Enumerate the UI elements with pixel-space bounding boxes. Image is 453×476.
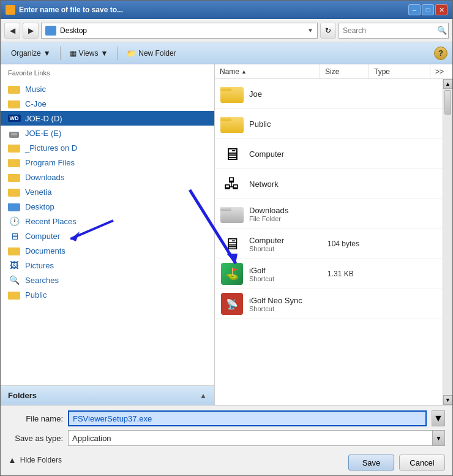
sidebar-item-program-files[interactable]: Program Files [1, 155, 214, 170]
sidebar-item-desktop[interactable]: Desktop [1, 199, 214, 214]
sidebar-item-label: Recent Places [25, 217, 77, 226]
cancel-button[interactable]: Cancel [399, 455, 445, 470]
file-item-computer[interactable]: 🖥 Computer [215, 139, 443, 169]
sidebar-item-label: Public [25, 290, 47, 300]
refresh-button[interactable]: ↻ [320, 23, 336, 39]
file-item-igolf-neo[interactable]: 📡 iGolf Neo Sync Shortcut [215, 289, 443, 319]
file-item-joe[interactable]: Joe [215, 79, 443, 109]
igolf-icon: ⛳ [220, 262, 244, 286]
search-icon[interactable]: 🔍 [437, 26, 447, 35]
sidebar-item-label: Venetia [25, 187, 51, 197]
main-content: Favorite Links Music C-Joe WD JOE- [1, 64, 452, 405]
save-type-arrow[interactable]: ▼ [432, 431, 444, 445]
file-item-public[interactable]: Public [215, 109, 443, 139]
sidebar-item-downloads[interactable]: Downloads [1, 170, 214, 184]
file-list-header: Name ▲ Size Type >> [215, 64, 452, 79]
sidebar-item-pictures[interactable]: 🖼 Pictures [1, 258, 214, 273]
recent-icon: 🕐 [8, 216, 20, 227]
scroll-up[interactable]: ▲ [443, 79, 452, 89]
forward-button[interactable]: ▶ [23, 23, 39, 39]
sidebar-item-searches[interactable]: 🔍 Searches [1, 273, 214, 287]
file-item-downloads[interactable]: Downloads File Folder [215, 199, 443, 229]
sidebar-item-venetia[interactable]: Venetia [1, 184, 214, 199]
sidebar-item-label: Documents [25, 246, 66, 255]
sidebar-item-label: Desktop [25, 202, 54, 211]
action-buttons: Save Cancel [348, 455, 445, 470]
file-name-dropdown[interactable]: ▼ [432, 410, 445, 426]
address-combo[interactable]: Desktop ▼ [41, 23, 318, 39]
title-bar: Enter name of file to save to... – □ ✕ [1, 1, 452, 19]
downloads-item-info: Downloads File Folder [249, 206, 328, 222]
save-type-select[interactable]: Application ▼ [68, 430, 445, 446]
title-bar-icon [6, 5, 15, 15]
title-bar-buttons: – □ ✕ [408, 4, 447, 15]
pictures-icon: 🖼 [8, 260, 20, 271]
igolf-neo-icon: 📡 [220, 292, 244, 316]
sidebar-item-label: Computer [25, 232, 60, 241]
sidebar-item-public[interactable]: Public [1, 287, 214, 302]
network-icon: 🖧 [220, 172, 244, 196]
address-icon [45, 26, 56, 36]
downloads-sub: File Folder [249, 215, 328, 222]
views-arrow: ▼ [100, 49, 108, 58]
computer-sc-name: Computer [249, 149, 328, 159]
documents-folder-icon [8, 245, 20, 256]
help-button[interactable]: ? [434, 47, 447, 60]
search-input[interactable] [343, 26, 435, 35]
maximize-button[interactable]: □ [422, 4, 434, 15]
views-icon: ▦ [70, 49, 77, 58]
cjoe-folder-icon [8, 98, 20, 109]
toolbar: Organize ▼ ▦ Views ▼ 📁 New Folder ? [1, 42, 452, 64]
col-size-header[interactable]: Size [320, 64, 369, 78]
sidebar-item-cjoe[interactable]: C-Joe [1, 96, 214, 111]
scroll-thumb[interactable] [444, 90, 451, 115]
downloads-folder-icon [8, 172, 20, 183]
back-button[interactable]: ◀ [4, 23, 20, 39]
scroll-track[interactable] [443, 89, 452, 395]
sidebar-item-joed[interactable]: WD JOE-D (D) [1, 111, 214, 126]
file-item-computer2[interactable]: 🖥 Computer Shortcut 104 bytes [215, 229, 443, 259]
folders-section[interactable]: Folders ▲ [1, 385, 214, 405]
sidebar-item-label: JOE-D (D) [25, 114, 62, 123]
new-folder-button[interactable]: 📁 New Folder [121, 45, 181, 62]
col-name-header[interactable]: Name ▲ [215, 64, 320, 78]
computer2-icon: 🖥 [220, 232, 244, 256]
sidebar-item-music[interactable]: Music [1, 81, 214, 96]
igolf-item-info: iGolf Shortcut [249, 266, 328, 282]
sidebar-item-joee[interactable]: JOE-E (E) [1, 126, 214, 140]
col-extra-header: >> [430, 64, 443, 78]
computer2-name: Computer [249, 236, 328, 245]
igolf-name: iGolf [249, 266, 328, 275]
folders-label: Folders [8, 391, 200, 400]
address-arrow: ▼ [307, 27, 313, 34]
favorite-links-header: Favorite Links [1, 64, 214, 79]
new-folder-label: New Folder [138, 49, 176, 58]
address-text: Desktop [60, 26, 304, 35]
close-button[interactable]: ✕ [435, 4, 447, 15]
igolf-neo-sub: Shortcut [249, 305, 328, 312]
vertical-scrollbar[interactable]: ▲ ▼ [443, 79, 452, 405]
computer-icon: 🖥 [8, 230, 20, 241]
hide-folders-icon: ▲ [8, 455, 17, 465]
toolbar-separator-2 [117, 47, 118, 60]
sidebar-item-computer[interactable]: 🖥 Computer [1, 229, 214, 243]
views-button[interactable]: ▦ Views ▼ [64, 45, 114, 62]
save-button[interactable]: Save [348, 455, 394, 470]
hide-folders-row[interactable]: ▲ Hide Folders [8, 455, 62, 465]
col-type-header[interactable]: Type [369, 64, 430, 78]
file-name-input[interactable] [68, 410, 427, 426]
file-item-network[interactable]: 🖧 Network [215, 169, 443, 199]
scroll-down[interactable]: ▼ [443, 395, 452, 405]
right-panel: Name ▲ Size Type >> [215, 64, 452, 405]
sidebar-item-recent-places[interactable]: 🕐 Recent Places [1, 214, 214, 229]
folders-arrow: ▲ [200, 391, 207, 400]
sidebar-item-pictures-d[interactable]: _Pictures on D [1, 140, 214, 155]
organize-button[interactable]: Organize ▼ [6, 45, 56, 62]
computer2-size: 104 bytes [328, 240, 376, 248]
sidebar-item-label: Searches [25, 276, 59, 285]
file-item-igolf[interactable]: ⛳ iGolf Shortcut 1.31 KB [215, 259, 443, 289]
sidebar-item-documents[interactable]: Documents [1, 243, 214, 258]
organize-arrow: ▼ [43, 49, 51, 58]
minimize-button[interactable]: – [408, 4, 421, 15]
public-item-info: Public [249, 119, 328, 129]
